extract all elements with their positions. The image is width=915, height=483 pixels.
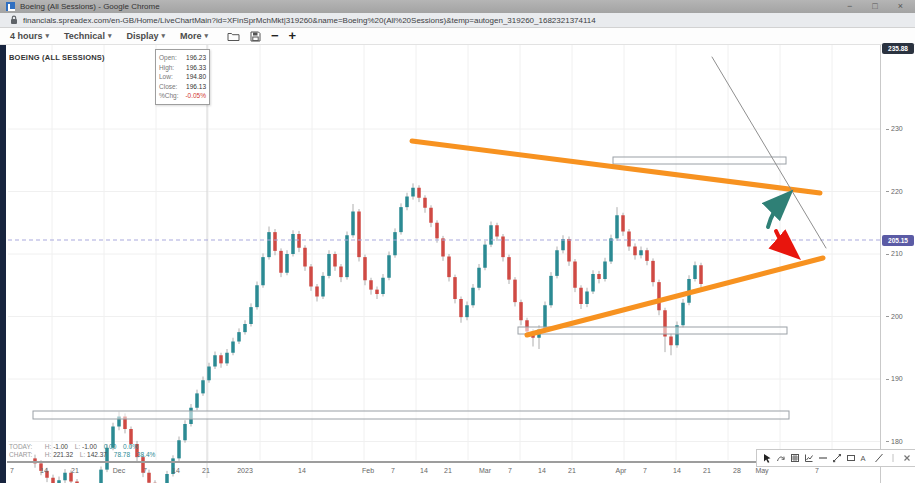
chevron-down-icon: ▾ — [204, 32, 208, 40]
minimize-button[interactable]: − — [847, 0, 852, 13]
diagonal-line-icon[interactable] — [873, 453, 884, 464]
svg-text:A: A — [860, 454, 865, 463]
time-tick-label: 21 — [202, 467, 210, 474]
zoom-in-button[interactable]: + — [289, 29, 297, 43]
save-icon[interactable] — [250, 31, 261, 42]
chevron-down-icon: ▾ — [161, 32, 165, 40]
time-tick-label: Feb — [362, 467, 374, 474]
time-tick-label: 14 — [298, 467, 306, 474]
time-tick-label: Dec — [113, 467, 125, 474]
current-price-badge: 205.15 — [882, 235, 914, 246]
ohlc-tooltip: Open:196.23 High:196.33 Low:194.80 Close… — [155, 49, 210, 105]
separator-icon — [887, 453, 898, 464]
time-tick-label: 21 — [71, 467, 79, 474]
range-stats: TODAY: H: -1.00 L: -1.00 0.00 0.0% CHART… — [9, 443, 160, 459]
price-tick-label: 220 — [886, 188, 903, 195]
time-tick-label: May — [755, 467, 768, 474]
curve-arrow-icon[interactable] — [775, 453, 786, 464]
time-tick-label: 21 — [703, 467, 711, 474]
time-tick-label: 21 — [568, 467, 576, 474]
time-tick-label: 28 — [733, 467, 741, 474]
time-tick-label: 14 — [538, 467, 546, 474]
padlock-icon — [10, 15, 18, 25]
timeframe-menu[interactable]: 4 hours▾ — [10, 31, 49, 41]
more-menu[interactable]: More▾ — [180, 31, 208, 41]
zoom-out-button[interactable]: − — [271, 29, 279, 43]
maximize-button[interactable]: □ — [872, 0, 877, 13]
price-tick-label: 180 — [886, 438, 903, 445]
price-tick-label: 210 — [886, 250, 903, 257]
time-tick-label: 7 — [508, 467, 512, 474]
chevron-down-icon: ▾ — [46, 32, 50, 40]
time-tick-label: 2023 — [237, 467, 253, 474]
grid-icon[interactable] — [789, 453, 800, 464]
price-axis[interactable]: 230220210200190180 235.88 205.15 — [880, 45, 915, 483]
horizontal-line-icon[interactable] — [817, 453, 828, 464]
open-folder-icon[interactable] — [227, 31, 240, 42]
trend-line-icon[interactable] — [831, 453, 842, 464]
time-tick-label: 14 — [40, 467, 48, 474]
price-tick-label: 200 — [886, 313, 903, 320]
price-level-badge: 235.88 — [882, 43, 914, 54]
time-tick-label: 7 — [391, 467, 395, 474]
left-edge-panel — [0, 45, 6, 483]
time-tick-label: Apr — [616, 467, 627, 474]
chart-area[interactable]: BOEING (ALL SESSIONS) Open:196.23 High:1… — [0, 45, 915, 483]
candlestick-chart-canvas[interactable] — [0, 45, 915, 483]
time-tick-label: 7 — [815, 467, 819, 474]
chevron-down-icon: ▾ — [108, 32, 112, 40]
today-stats-row: TODAY: H: -1.00 L: -1.00 0.00 0.0% — [9, 443, 160, 451]
time-tick-label: 14 — [172, 467, 180, 474]
price-tick-label: 190 — [886, 375, 903, 382]
time-tick-label: 7 — [143, 467, 147, 474]
drawing-toolbar: A — [756, 449, 915, 467]
chart-title: BOEING (ALL SESSIONS) — [9, 53, 105, 62]
chart-style-icon[interactable] — [803, 453, 814, 464]
time-tick-label: 14 — [420, 467, 428, 474]
close-icon[interactable] — [901, 453, 912, 464]
price-tick-label: 230 — [886, 125, 903, 132]
address-bar[interactable]: financials.spreadex.com/en-GB/Home/LiveC… — [0, 13, 915, 28]
text-icon[interactable]: A — [859, 453, 870, 464]
time-tick-label: 7 — [10, 467, 14, 474]
chart-menubar: 4 hours▾ Technical▾ Display▾ More▾ − + — [0, 28, 915, 45]
time-tick-label: 7 — [643, 467, 647, 474]
window-title: Boeing (All Sessions) - Google Chrome — [20, 2, 160, 11]
time-tick-label: Mar — [479, 467, 491, 474]
site-favicon — [6, 2, 15, 11]
url-text[interactable]: financials.spreadex.com/en-GB/Home/LiveC… — [23, 16, 596, 25]
pointer-icon[interactable] — [761, 453, 772, 464]
close-button[interactable]: × — [898, 0, 903, 13]
time-tick-label: 14 — [673, 467, 681, 474]
display-menu[interactable]: Display▾ — [126, 31, 165, 41]
window-controls: − □ × — [847, 0, 909, 13]
technical-menu[interactable]: Technical▾ — [64, 31, 111, 41]
rectangle-icon[interactable] — [845, 453, 856, 464]
chart-stats-row: CHART: H: 221.32 L: 142.37 78.78 38.4% — [9, 451, 160, 459]
time-tick-label: 21 — [444, 467, 452, 474]
window-titlebar: Boeing (All Sessions) - Google Chrome − … — [0, 0, 915, 13]
